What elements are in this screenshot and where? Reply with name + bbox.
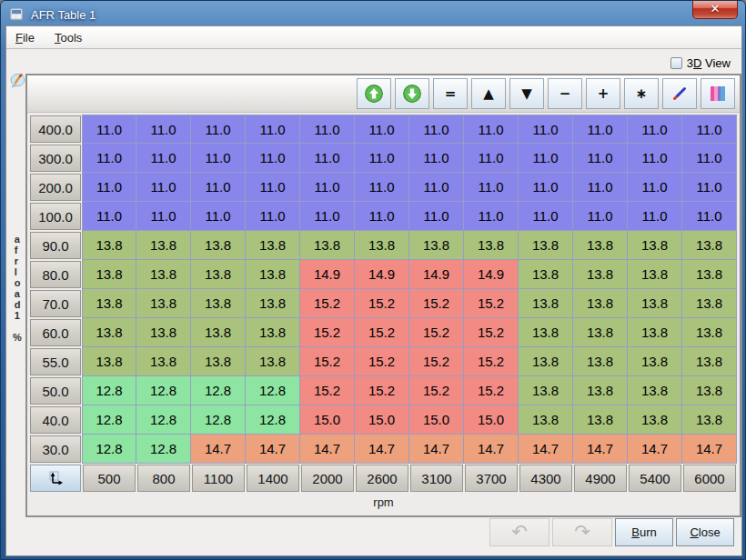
- table-cell-r10-c10[interactable]: 13.8: [628, 405, 682, 435]
- table-cell-r3-c7[interactable]: 11.0: [464, 202, 519, 231]
- swap-axes-button[interactable]: [30, 465, 81, 492]
- table-cell-r10-c6[interactable]: 15.0: [409, 405, 464, 435]
- view-3d-toggle[interactable]: 3D View: [670, 56, 731, 70]
- table-cell-r5-c4[interactable]: 14.9: [300, 260, 355, 289]
- table-cell-r0-c11[interactable]: 11.0: [682, 115, 737, 144]
- table-cell-r9-c0[interactable]: 12.8: [82, 376, 136, 405]
- y-axis-bin-60.0[interactable]: 60.0: [30, 319, 81, 346]
- table-cell-r6-c6[interactable]: 15.2: [409, 289, 464, 318]
- x-axis-bin-3100[interactable]: 3100: [410, 465, 463, 492]
- table-cell-r4-c6[interactable]: 13.8: [409, 231, 464, 260]
- table-cell-r9-c6[interactable]: 15.2: [409, 376, 464, 405]
- y-axis-bin-30.0[interactable]: 30.0: [30, 435, 81, 463]
- table-cell-r0-c3[interactable]: 11.0: [246, 115, 300, 144]
- x-axis-bin-500[interactable]: 500: [83, 465, 136, 492]
- table-cell-r4-c0[interactable]: 13.8: [82, 231, 136, 260]
- table-cell-r5-c10[interactable]: 13.8: [628, 260, 682, 289]
- table-cell-r10-c5[interactable]: 15.0: [355, 405, 409, 435]
- table-cell-r1-c7[interactable]: 11.0: [464, 144, 519, 173]
- close-window-button[interactable]: ✕: [692, 1, 738, 19]
- table-cell-r2-c11[interactable]: 11.0: [682, 173, 737, 202]
- table-cell-r10-c0[interactable]: 12.8: [82, 405, 136, 435]
- table-cell-r11-c6[interactable]: 14.7: [409, 435, 464, 464]
- table-cell-r3-c6[interactable]: 11.0: [409, 202, 464, 231]
- table-cell-r2-c10[interactable]: 11.0: [628, 173, 682, 202]
- table-cell-r9-c7[interactable]: 15.2: [464, 376, 519, 405]
- menu-item-file[interactable]: File: [15, 31, 35, 45]
- table-cell-r10-c7[interactable]: 15.0: [464, 405, 519, 435]
- table-cell-r6-c1[interactable]: 13.8: [136, 289, 191, 318]
- edit-pencil-button[interactable]: [662, 78, 697, 109]
- table-cell-r5-c5[interactable]: 14.9: [355, 260, 409, 289]
- table-cell-r8-c10[interactable]: 13.8: [628, 347, 682, 376]
- table-cell-r10-c11[interactable]: 13.8: [682, 405, 737, 435]
- increment-button[interactable]: ▲: [471, 78, 506, 109]
- table-cell-r6-c11[interactable]: 13.8: [682, 289, 737, 318]
- x-axis-bin-800[interactable]: 800: [137, 465, 190, 492]
- table-cell-r4-c3[interactable]: 13.8: [246, 231, 300, 260]
- table-cell-r11-c2[interactable]: 14.7: [191, 435, 246, 464]
- y-axis-bin-200.0[interactable]: 200.0: [30, 174, 81, 201]
- table-cell-r7-c7[interactable]: 15.2: [464, 318, 519, 347]
- table-cell-r8-c8[interactable]: 13.8: [519, 347, 573, 376]
- table-cell-r7-c1[interactable]: 13.8: [136, 318, 191, 347]
- table-cell-r8-c1[interactable]: 13.8: [136, 347, 191, 376]
- table-cell-r0-c4[interactable]: 11.0: [300, 115, 355, 144]
- table-cell-r9-c5[interactable]: 15.2: [355, 376, 409, 405]
- y-axis-bin-80.0[interactable]: 80.0: [30, 261, 81, 288]
- table-cell-r0-c2[interactable]: 11.0: [191, 115, 246, 144]
- table-cell-r10-c8[interactable]: 13.8: [519, 405, 573, 435]
- table-cell-r10-c3[interactable]: 12.8: [246, 405, 300, 435]
- table-cell-r0-c8[interactable]: 11.0: [519, 115, 573, 144]
- table-cell-r2-c1[interactable]: 11.0: [136, 173, 191, 202]
- table-cell-r4-c11[interactable]: 13.8: [682, 231, 737, 260]
- table-cell-r9-c2[interactable]: 12.8: [191, 376, 246, 405]
- table-cell-r6-c0[interactable]: 13.8: [82, 289, 136, 318]
- table-cell-r3-c10[interactable]: 11.0: [628, 202, 682, 231]
- table-cell-r7-c10[interactable]: 13.8: [628, 318, 682, 347]
- table-cell-r0-c0[interactable]: 11.0: [82, 115, 136, 144]
- table-cell-r6-c3[interactable]: 13.8: [246, 289, 300, 318]
- table-cell-r11-c0[interactable]: 12.8: [82, 435, 136, 464]
- redo-button[interactable]: ↷: [552, 518, 612, 546]
- table-cell-r5-c6[interactable]: 14.9: [409, 260, 464, 289]
- table-cell-r0-c1[interactable]: 11.0: [136, 115, 191, 144]
- table-cell-r7-c2[interactable]: 13.8: [191, 318, 246, 347]
- table-cell-r4-c5[interactable]: 13.8: [355, 231, 409, 260]
- table-cell-r7-c11[interactable]: 13.8: [682, 318, 737, 347]
- add-button[interactable]: +: [586, 78, 620, 109]
- table-cell-r1-c4[interactable]: 11.0: [300, 144, 355, 173]
- table-cell-r3-c0[interactable]: 11.0: [82, 202, 136, 231]
- table-cell-r4-c4[interactable]: 13.8: [300, 231, 355, 260]
- table-cell-r1-c3[interactable]: 11.0: [246, 144, 300, 173]
- x-axis-bin-2000[interactable]: 2000: [301, 465, 354, 492]
- table-cell-r8-c5[interactable]: 15.2: [355, 347, 409, 376]
- table-cell-r8-c4[interactable]: 15.2: [300, 347, 355, 376]
- table-cell-r11-c1[interactable]: 12.8: [136, 435, 191, 464]
- table-cell-r11-c7[interactable]: 14.7: [464, 435, 519, 464]
- y-axis-bin-55.0[interactable]: 55.0: [30, 348, 81, 375]
- table-cell-r1-c10[interactable]: 11.0: [628, 144, 682, 173]
- table-cell-r3-c11[interactable]: 11.0: [682, 202, 737, 231]
- table-cell-r2-c0[interactable]: 11.0: [82, 173, 136, 202]
- table-cell-r2-c7[interactable]: 11.0: [464, 173, 519, 202]
- table-cell-r7-c3[interactable]: 13.8: [246, 318, 300, 347]
- table-cell-r1-c11[interactable]: 11.0: [682, 144, 737, 173]
- table-cell-r7-c6[interactable]: 15.2: [409, 318, 464, 347]
- table-cell-r9-c10[interactable]: 13.8: [628, 376, 682, 405]
- close-button[interactable]: Close: [676, 518, 734, 546]
- scale-down-button[interactable]: [395, 78, 429, 109]
- table-cell-r0-c5[interactable]: 11.0: [355, 115, 409, 144]
- table-cell-r2-c5[interactable]: 11.0: [355, 173, 409, 202]
- table-cell-r6-c8[interactable]: 13.8: [519, 289, 573, 318]
- table-cell-r5-c11[interactable]: 13.8: [682, 260, 737, 289]
- table-cell-r3-c9[interactable]: 11.0: [573, 202, 628, 231]
- table-cell-r2-c9[interactable]: 11.0: [573, 173, 628, 202]
- table-cell-r8-c7[interactable]: 15.2: [464, 347, 519, 376]
- table-cell-r0-c9[interactable]: 11.0: [573, 115, 628, 144]
- table-cell-r7-c8[interactable]: 13.8: [519, 318, 573, 347]
- y-axis-bin-70.0[interactable]: 70.0: [30, 290, 81, 317]
- table-cell-r6-c7[interactable]: 15.2: [464, 289, 519, 318]
- table-cell-r5-c1[interactable]: 13.8: [136, 260, 191, 289]
- table-cell-r10-c9[interactable]: 13.8: [573, 405, 628, 435]
